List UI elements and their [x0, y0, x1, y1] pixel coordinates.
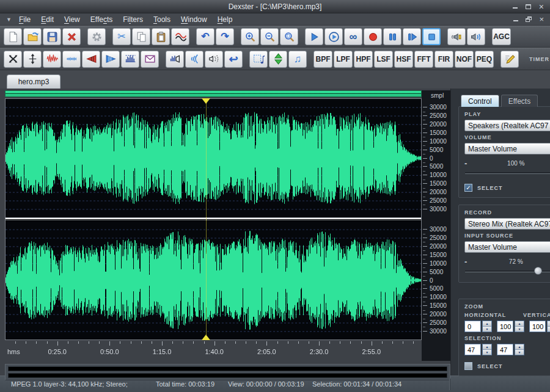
- playhead[interactable]: [206, 99, 207, 339]
- menu-view[interactable]: View: [64, 15, 80, 24]
- edit-list-button[interactable]: [501, 51, 519, 68]
- child-minimize-icon[interactable]: [513, 16, 518, 23]
- spin-down-icon[interactable]: ▼: [483, 327, 491, 332]
- record-device-select[interactable]: Stereo Mix (Realtek AC97 A ▼: [464, 218, 550, 230]
- spin-down-icon[interactable]: ▼: [548, 327, 550, 332]
- playhead-marker-top-icon[interactable]: [202, 98, 210, 104]
- attenuate-button[interactable]: [62, 51, 81, 68]
- pause-button[interactable]: [383, 28, 402, 45]
- filter-nof-button[interactable]: NOF: [455, 51, 474, 68]
- fade-in-button[interactable]: [82, 51, 100, 68]
- menu-edit[interactable]: Edit: [41, 15, 54, 24]
- child-close-icon[interactable]: ×: [539, 15, 544, 23]
- amplify-button[interactable]: [43, 51, 61, 68]
- tone-generator-button[interactable]: [249, 51, 268, 68]
- filter-fir-button[interactable]: FIR: [435, 51, 453, 68]
- close-icon[interactable]: ×: [539, 2, 544, 11]
- fade-out-button[interactable]: [101, 51, 120, 68]
- zoom-vertical-value[interactable]: 100: [529, 321, 546, 332]
- spin-up-icon[interactable]: ▲: [483, 344, 491, 350]
- select-checkbox-play[interactable]: ✓: [464, 184, 472, 192]
- zoom-out-icon: [264, 31, 276, 43]
- close-file-button[interactable]: [62, 28, 81, 45]
- tab-effects[interactable]: Effects: [501, 95, 538, 107]
- selection-end-value[interactable]: 47: [497, 344, 513, 355]
- filter-peq-button[interactable]: PEQ: [475, 51, 494, 68]
- play-button[interactable]: [305, 28, 323, 45]
- open-file-button[interactable]: [23, 28, 42, 45]
- selection-start-value[interactable]: 47: [464, 344, 481, 355]
- normalize-button[interactable]: [121, 51, 139, 68]
- scale-tick-minor: [423, 276, 425, 277]
- scale-tick: [423, 166, 427, 167]
- filter-lsf-button[interactable]: LSF: [374, 51, 393, 68]
- spin-up-icon[interactable]: ▲: [515, 344, 524, 350]
- minimize-icon[interactable]: [513, 3, 518, 10]
- record-slider-handle[interactable]: [534, 267, 542, 275]
- menu-tools[interactable]: Tools: [153, 15, 170, 24]
- record-slider[interactable]: [465, 267, 550, 275]
- zoom-horizontal-offset-value[interactable]: 0: [464, 321, 481, 332]
- save-file-button[interactable]: [43, 28, 61, 45]
- zoom-out-button[interactable]: [260, 28, 279, 45]
- filter-fft-button[interactable]: FFT: [414, 51, 433, 68]
- volume-slider[interactable]: [465, 169, 550, 177]
- agc-button[interactable]: AGC: [492, 28, 511, 45]
- loop-button[interactable]: ∞: [344, 28, 362, 45]
- menu-help[interactable]: Help: [218, 15, 233, 24]
- zoom-selection-button[interactable]: [280, 28, 298, 45]
- spin-down-icon[interactable]: ▼: [515, 327, 524, 332]
- playhead-marker-bottom-icon[interactable]: [202, 335, 210, 340]
- play-all-button[interactable]: [324, 28, 343, 45]
- filter-hpf-button[interactable]: HPF: [354, 51, 373, 68]
- settings-button[interactable]: [87, 28, 106, 45]
- spin-down-icon[interactable]: ▼: [515, 350, 524, 355]
- redo-button[interactable]: ↷: [216, 28, 234, 45]
- maximize-icon[interactable]: [526, 3, 531, 10]
- input-source-select[interactable]: Master Volume ▼: [464, 241, 550, 253]
- cut-button[interactable]: ✂: [112, 28, 131, 45]
- noise-reduction-button[interactable]: [205, 51, 223, 68]
- play-from-cursor-button[interactable]: [403, 28, 421, 45]
- audio-in-button[interactable]: [447, 28, 466, 45]
- system-menu-icon[interactable]: ▼: [6, 16, 12, 23]
- zoom-horizontal-value[interactable]: 100: [497, 321, 513, 332]
- menu-file[interactable]: File: [19, 15, 31, 24]
- overview-bar[interactable]: [5, 90, 422, 97]
- spin-up-icon[interactable]: ▲: [483, 321, 491, 327]
- filter-lpf-button[interactable]: LPF: [334, 51, 353, 68]
- child-restore-icon[interactable]: [526, 16, 532, 22]
- time-ruler[interactable]: hms 0:25.00:50.01:15.01:40.02:05.02:30.0…: [5, 341, 422, 360]
- document-tab[interactable]: hero.mp3: [7, 74, 61, 89]
- trim-button[interactable]: [171, 28, 189, 45]
- menu-window[interactable]: Window: [181, 15, 207, 24]
- insert-silence-button[interactable]: [166, 51, 184, 68]
- echo-button[interactable]: [185, 51, 204, 68]
- swap-channels-button[interactable]: [4, 51, 22, 68]
- volume-device-select[interactable]: Master Volume ▼: [464, 143, 550, 154]
- center-channels-button[interactable]: [23, 51, 42, 68]
- select-checkbox-zoom[interactable]: [464, 362, 472, 370]
- undo-button[interactable]: ↶: [196, 28, 215, 45]
- new-file-button[interactable]: [4, 28, 22, 45]
- id3-tag-button[interactable]: ♫: [288, 51, 307, 68]
- audio-out-button[interactable]: [467, 28, 485, 45]
- reverse-button[interactable]: ↩: [224, 51, 243, 68]
- tab-control[interactable]: Control: [461, 95, 499, 107]
- record-button[interactable]: [364, 28, 382, 45]
- ruler-tick: [277, 341, 278, 344]
- spin-down-icon[interactable]: ▼: [483, 350, 491, 355]
- resample-button[interactable]: [269, 51, 287, 68]
- spin-up-icon[interactable]: ▲: [548, 321, 550, 327]
- filter-hsf-button[interactable]: HSF: [394, 51, 413, 68]
- copy-button[interactable]: [132, 28, 150, 45]
- filter-bpf-button[interactable]: BPF: [314, 51, 332, 68]
- invert-button[interactable]: [141, 51, 159, 68]
- paste-button[interactable]: [152, 28, 170, 45]
- menu-filters[interactable]: Filters: [123, 15, 143, 24]
- zoom-in-button[interactable]: [241, 28, 259, 45]
- play-device-select[interactable]: Speakers (Realtek AC97 Au ▼: [464, 120, 550, 131]
- stop-button[interactable]: [422, 28, 441, 45]
- spin-up-icon[interactable]: ▲: [515, 321, 524, 327]
- menu-effects[interactable]: Effects: [90, 15, 112, 24]
